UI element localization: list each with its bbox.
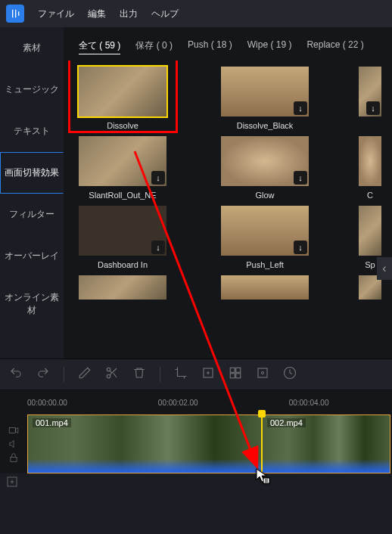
menu-file[interactable]: ファイル xyxy=(38,8,74,20)
svg-rect-6 xyxy=(236,374,241,378)
ruler-time: 00:00:02.00 xyxy=(158,399,198,407)
sidebar-media[interactable]: 素材 xyxy=(0,27,64,69)
add-track-icon[interactable] xyxy=(6,476,18,488)
speed-icon[interactable] xyxy=(283,366,297,383)
crop-icon[interactable] xyxy=(174,366,188,383)
menubar: ファイル 編集 出力 ヘルプ xyxy=(0,0,392,27)
video-icon xyxy=(8,425,19,436)
edit-icon[interactable] xyxy=(78,366,92,383)
clip-label: 001.mp4 xyxy=(33,418,71,427)
speaker-icon[interactable] xyxy=(8,439,19,449)
download-icon[interactable]: ↓ xyxy=(151,241,165,254)
menu-edit[interactable]: 編集 xyxy=(88,8,106,20)
app-logo xyxy=(6,5,24,23)
svg-rect-4 xyxy=(236,368,241,372)
svg-point-8 xyxy=(262,372,264,374)
main-panel: 全て ( 59 ) 保存 ( 0 ) Push ( 18 ) Wipe ( 19… xyxy=(64,27,392,359)
ruler-time: 00:00:00.00 xyxy=(27,399,67,407)
tab-push[interactable]: Push ( 18 ) xyxy=(188,39,232,54)
menu-output[interactable]: 出力 xyxy=(120,8,138,20)
tab-wipe[interactable]: Wipe ( 19 ) xyxy=(247,39,292,54)
transition-glow[interactable]: ↓ Glow xyxy=(216,136,313,200)
scroll-right-button[interactable]: ‹ xyxy=(377,257,392,280)
clip-002[interactable]: 002.mp4 xyxy=(262,414,390,473)
download-icon[interactable]: ↓ xyxy=(151,171,165,185)
transition-item[interactable]: ↓ xyxy=(359,67,381,130)
transition-label: Glow xyxy=(255,191,274,200)
sidebar-transitions[interactable]: 画面切替効果 xyxy=(0,152,64,194)
zoom-icon[interactable] xyxy=(201,366,215,383)
redo-icon[interactable] xyxy=(36,366,50,383)
ruler-time: 00:00:04.00 xyxy=(289,399,329,407)
tab-replace[interactable]: Replace ( 22 ) xyxy=(306,39,363,54)
transition-item[interactable] xyxy=(216,275,313,300)
transition-label: C xyxy=(367,191,373,200)
waveform xyxy=(28,459,261,473)
sidebar: 素材 ミュージック テキスト 画面切替効果 フィルター オーバーレイ オンライン… xyxy=(0,27,64,359)
bottom-bar xyxy=(0,473,392,490)
transition-push-left[interactable]: ↓ Push_Left xyxy=(216,206,313,269)
svg-rect-5 xyxy=(230,374,235,378)
lock-icon[interactable] xyxy=(8,452,19,463)
svg-rect-11 xyxy=(11,457,17,461)
video-track[interactable]: 001.mp4 002.mp4 xyxy=(27,414,392,473)
sidebar-text[interactable]: テキスト xyxy=(0,110,64,152)
transition-slantroll[interactable]: ↓ SlantRoll_Out_NE xyxy=(74,136,171,200)
filter-tabs: 全て ( 59 ) 保存 ( 0 ) Push ( 18 ) Wipe ( 19… xyxy=(64,27,392,61)
transition-dissolve-black[interactable]: ↓ Dissolve_Black xyxy=(216,67,313,130)
sidebar-music[interactable]: ミュージック xyxy=(0,69,64,110)
timeline-toolbar xyxy=(0,359,392,390)
clip-001[interactable]: 001.mp4 xyxy=(27,414,262,473)
transition-item[interactable] xyxy=(74,275,171,300)
freeze-icon[interactable] xyxy=(256,366,269,383)
clip-label: 002.mp4 xyxy=(267,418,306,427)
transition-item[interactable]: C xyxy=(359,136,381,200)
transition-label: Push_Left xyxy=(246,260,284,269)
download-icon[interactable]: ↓ xyxy=(294,101,307,115)
timeline: 00:00:00.00 00:00:02.00 00:00:04.00 001.… xyxy=(0,390,392,473)
delete-icon[interactable] xyxy=(132,366,146,383)
svg-rect-14 xyxy=(263,478,269,483)
download-icon[interactable]: ↓ xyxy=(366,101,380,115)
time-ruler[interactable]: 00:00:00.00 00:00:02.00 00:00:04.00 xyxy=(0,390,392,414)
tab-all[interactable]: 全て ( 59 ) xyxy=(79,39,120,54)
transition-label: Sp xyxy=(365,260,375,269)
sidebar-filters[interactable]: フィルター xyxy=(0,194,64,235)
svg-rect-10 xyxy=(9,428,15,433)
transition-label: Dissolve xyxy=(107,121,138,130)
download-icon[interactable]: ↓ xyxy=(294,171,307,185)
svg-rect-3 xyxy=(230,368,235,372)
undo-icon[interactable] xyxy=(9,366,23,383)
mosaic-icon[interactable] xyxy=(229,366,242,383)
sidebar-overlays[interactable]: オーバーレイ xyxy=(0,235,64,277)
playhead[interactable] xyxy=(261,414,263,473)
transition-label: Dissolve_Black xyxy=(237,121,294,130)
menu-help[interactable]: ヘルプ xyxy=(151,8,179,20)
video-track-head xyxy=(0,414,27,473)
cut-icon[interactable] xyxy=(105,366,119,383)
svg-rect-7 xyxy=(258,368,267,377)
transition-label: Dashboard In xyxy=(98,260,148,269)
transitions-grid: Dissolve ↓ Dissolve_Black ↓ ↓ SlantRoll_… xyxy=(64,61,392,359)
transition-dashboard-in[interactable]: ↓ Dashboard In xyxy=(74,206,171,269)
download-icon[interactable]: ↓ xyxy=(294,241,307,254)
tab-saved[interactable]: 保存 ( 0 ) xyxy=(135,39,173,54)
transition-dissolve[interactable]: Dissolve xyxy=(74,67,171,130)
sidebar-online[interactable]: オンライン素材 xyxy=(0,277,64,331)
drag-cursor xyxy=(255,467,270,487)
transition-label: SlantRoll_Out_NE xyxy=(89,191,156,200)
waveform xyxy=(263,459,390,473)
